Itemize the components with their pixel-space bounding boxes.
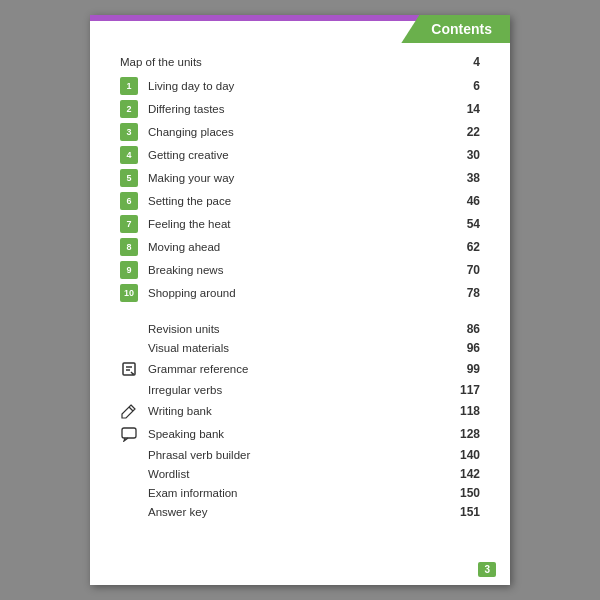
extra-title-0: Revision units [148, 323, 450, 335]
unit-badge-6: 6 [120, 192, 138, 210]
extra-title-8: Exam information [148, 487, 450, 499]
extra-title-4: Writing bank [148, 405, 450, 417]
unit-page-8: 62 [450, 240, 480, 254]
unit-page-2: 14 [450, 102, 480, 116]
extra-row-1: Visual materials 96 [120, 341, 480, 355]
extra-title-5: Speaking bank [148, 428, 450, 440]
extra-page-8: 150 [450, 486, 480, 500]
unit-page-7: 54 [450, 217, 480, 231]
banner-label: Contents [431, 21, 492, 37]
extra-title-2: Grammar reference [148, 363, 450, 375]
extra-row-5: Speaking bank 128 [120, 425, 480, 443]
map-of-units-page: 4 [473, 55, 480, 69]
pencil-icon [120, 402, 138, 420]
unit-badge-7: 7 [120, 215, 138, 233]
contents-banner: Contents [401, 15, 510, 43]
extra-row-6: Phrasal verb builder 140 [120, 448, 480, 462]
extra-page-1: 96 [450, 341, 480, 355]
unit-badge-10: 10 [120, 284, 138, 302]
svg-rect-5 [122, 428, 136, 438]
extra-title-3: Irregular verbs [148, 384, 450, 396]
unit-page-1: 6 [450, 79, 480, 93]
extra-row-0: Revision units 86 [120, 322, 480, 336]
unit-title-2: Differing tastes [148, 103, 450, 115]
unit-row-8: 8 Moving ahead 62 [120, 238, 480, 256]
extra-title-6: Phrasal verb builder [148, 449, 450, 461]
unit-title-4: Getting creative [148, 149, 450, 161]
unit-title-3: Changing places [148, 126, 450, 138]
extra-page-2: 99 [450, 362, 480, 376]
content-area: Map of the units 4 1 Living day to day 6… [90, 15, 510, 554]
unit-page-9: 70 [450, 263, 480, 277]
extra-row-7: Wordlist 142 [120, 467, 480, 481]
unit-title-7: Feeling the heat [148, 218, 450, 230]
extra-list: Revision units 86 Visual materials 96 Gr… [120, 322, 480, 519]
unit-title-8: Moving ahead [148, 241, 450, 253]
map-of-units-label: Map of the units [120, 56, 202, 68]
grammar-icon [120, 360, 138, 378]
extra-row-3: Irregular verbs 117 [120, 383, 480, 397]
extra-page-7: 142 [450, 467, 480, 481]
extra-title-1: Visual materials [148, 342, 450, 354]
book-page: Contents Map of the units 4 1 Living day… [90, 15, 510, 585]
unit-page-5: 38 [450, 171, 480, 185]
extra-page-3: 117 [450, 383, 480, 397]
unit-badge-5: 5 [120, 169, 138, 187]
unit-row-5: 5 Making your way 38 [120, 169, 480, 187]
unit-row-10: 10 Shopping around 78 [120, 284, 480, 302]
unit-row-1: 1 Living day to day 6 [120, 77, 480, 95]
extra-title-7: Wordlist [148, 468, 450, 480]
extra-row-2: Grammar reference 99 [120, 360, 480, 378]
unit-badge-1: 1 [120, 77, 138, 95]
unit-page-10: 78 [450, 286, 480, 300]
extra-page-4: 118 [450, 404, 480, 418]
unit-row-4: 4 Getting creative 30 [120, 146, 480, 164]
unit-page-4: 30 [450, 148, 480, 162]
unit-page-3: 22 [450, 125, 480, 139]
unit-badge-9: 9 [120, 261, 138, 279]
extra-page-5: 128 [450, 427, 480, 441]
extra-page-9: 151 [450, 505, 480, 519]
unit-row-9: 9 Breaking news 70 [120, 261, 480, 279]
unit-row-7: 7 Feeling the heat 54 [120, 215, 480, 233]
extra-row-9: Answer key 151 [120, 505, 480, 519]
unit-page-6: 46 [450, 194, 480, 208]
chat-icon [120, 425, 138, 443]
unit-row-6: 6 Setting the pace 46 [120, 192, 480, 210]
unit-row-3: 3 Changing places 22 [120, 123, 480, 141]
unit-badge-2: 2 [120, 100, 138, 118]
extra-page-0: 86 [450, 322, 480, 336]
svg-point-3 [132, 373, 134, 375]
unit-badge-8: 8 [120, 238, 138, 256]
svg-line-4 [129, 407, 133, 411]
unit-row-2: 2 Differing tastes 14 [120, 100, 480, 118]
unit-badge-3: 3 [120, 123, 138, 141]
extra-title-9: Answer key [148, 506, 450, 518]
unit-title-9: Breaking news [148, 264, 450, 276]
unit-title-5: Making your way [148, 172, 450, 184]
map-of-units-row: Map of the units 4 [120, 55, 480, 69]
extra-page-6: 140 [450, 448, 480, 462]
page-number: 3 [478, 562, 496, 577]
unit-list: 1 Living day to day 6 2 Differing tastes… [120, 77, 480, 302]
unit-title-6: Setting the pace [148, 195, 450, 207]
unit-title-10: Shopping around [148, 287, 450, 299]
unit-title-1: Living day to day [148, 80, 450, 92]
unit-badge-4: 4 [120, 146, 138, 164]
extra-row-4: Writing bank 118 [120, 402, 480, 420]
extra-row-8: Exam information 150 [120, 486, 480, 500]
